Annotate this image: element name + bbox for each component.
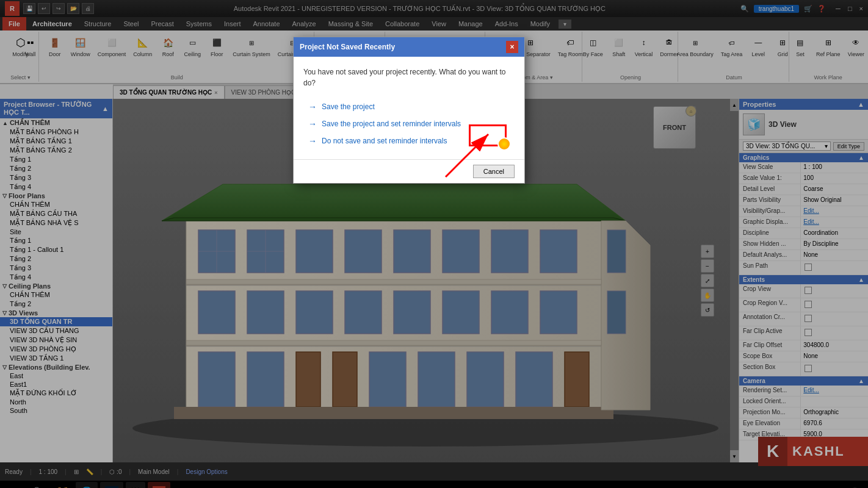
- dialog-message: You have not saved your project recently…: [303, 66, 515, 88]
- save-reminder-label: Save the project and set reminder interv…: [322, 120, 461, 128]
- modal-overlay: Project Not Saved Recently × You have no…: [0, 0, 868, 488]
- dialog-body: You have not saved your project recently…: [294, 57, 524, 159]
- arrow-icon-1: →: [308, 102, 317, 112]
- arrow-icon-2: →: [308, 119, 317, 129]
- save-project-label: Save the project: [322, 102, 375, 111]
- save-dialog: Project Not Saved Recently × You have no…: [293, 37, 525, 184]
- arrow-icon-3: →: [308, 136, 317, 146]
- save-reminder-option[interactable]: → Save the project and set reminder inte…: [303, 115, 515, 132]
- dialog-footer: Cancel: [294, 159, 524, 183]
- dialog-close-btn[interactable]: ×: [506, 41, 518, 53]
- dialog-title: Project Not Saved Recently: [300, 43, 395, 51]
- save-project-option[interactable]: → Save the project: [303, 98, 515, 115]
- dialog-titlebar: Project Not Saved Recently ×: [294, 37, 524, 57]
- cancel-btn[interactable]: Cancel: [473, 165, 515, 178]
- no-save-label: Do not save and set reminder intervals: [322, 137, 447, 145]
- no-save-option[interactable]: → Do not save and set reminder intervals: [303, 132, 515, 149]
